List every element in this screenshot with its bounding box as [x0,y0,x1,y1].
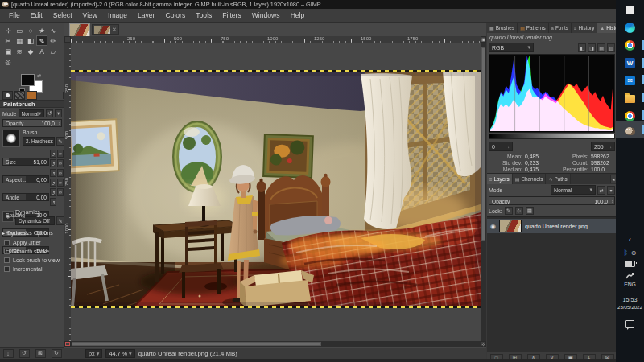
paths-tool-icon[interactable]: ∿ [47,25,59,35]
brush-thumbnail[interactable] [2,130,20,147]
smudge-tool-icon[interactable]: ≋ [14,46,25,56]
gimp-app-icon[interactable] [623,124,637,138]
menu-edit[interactable]: Edit [26,10,47,21]
vertical-scrollbar[interactable] [481,43,486,341]
layer-row[interactable]: ◉ quarto Unreal render.png [487,219,617,233]
channel-select[interactable]: RGB▾ [489,43,534,52]
horizontal-ruler[interactable]: 250 500 750 1000 1250 1500 1750 [71,36,481,43]
layer-visibility-eye-icon[interactable]: ◉ [490,223,496,230]
clone-tool-icon[interactable]: ▣ [2,46,14,56]
canvas-image[interactable] [71,71,481,307]
aspect-reset-icon[interactable]: ↺ [50,159,56,167]
quick-mask-toggle[interactable] [64,341,71,347]
word-app-icon[interactable]: W [623,56,637,70]
browser2-app-icon[interactable] [623,109,637,123]
brush-edit-icon[interactable]: ✎ [56,137,64,146]
menu-file[interactable]: File [4,10,25,21]
aspect-ratio-slider[interactable]: Aspect ..0,00 [2,175,49,183]
spacing-reset-icon[interactable]: ↺ [50,179,56,187]
menu-filters[interactable]: Filters [217,10,246,21]
lock-position-icon[interactable]: ⊹ [515,207,523,215]
histogram-style-b-icon[interactable]: ▥ [607,43,615,52]
pencil-tool-icon[interactable]: ✏ [47,35,59,46]
file-explorer-app-icon[interactable] [623,92,637,105]
aspect-link-icon[interactable]: ∞ [57,159,64,167]
network-tray-item[interactable] [616,272,644,280]
range-high-spinner[interactable]: 255↕ [591,142,615,151]
unit-select[interactable]: px▾ [85,349,102,358]
tab-channels[interactable]: ▤Channels [513,174,547,184]
angle-reset-icon[interactable]: ↺ [50,169,56,177]
battery-tray-item[interactable] [616,261,644,267]
force-reset-icon[interactable]: ↺ [50,198,56,206]
clock-time[interactable]: 15:53 [616,296,644,303]
save-preset-icon[interactable]: ↓ [3,349,14,358]
menu-help[interactable]: Help [286,10,310,21]
edge-app-icon[interactable] [623,21,637,35]
menu-image[interactable]: Image [103,10,132,21]
menu-layer[interactable]: Layer [133,10,160,21]
size-link-icon[interactable]: ∞ [57,150,64,158]
mail-app-icon[interactable]: ✉ [623,74,637,88]
ink-tool-icon[interactable]: ◆ [25,46,36,56]
language-indicator[interactable]: ENG [616,282,644,287]
crop-tool-icon[interactable]: ✂ [2,35,14,46]
histogram-log-icon[interactable]: ◨ [588,43,596,52]
hardness-reset-icon[interactable]: ↺ [50,188,56,196]
zoom-follow-window-button[interactable]: ▣ [481,36,486,43]
angle-slider[interactable]: Angle0,00 [2,193,49,201]
ruler-corner-button[interactable] [64,36,71,43]
vertical-ruler[interactable]: 250 500 750 1000 [64,43,71,341]
canvas-viewport[interactable] [71,43,481,341]
angle-link-icon[interactable]: ∞ [57,169,64,177]
incremental-checkbox[interactable]: Incremental [4,266,43,272]
tray-expand-chevron-icon[interactable]: ‹ [616,236,644,244]
image-tab-2[interactable]: ✕ [92,24,119,35]
hardness-link-icon[interactable]: ∞ [57,188,64,196]
restore-preset-icon[interactable]: ↺ [19,349,30,358]
notification-center-button[interactable] [616,320,644,328]
layer-opacity-slider[interactable]: Opacity 100,0 ↕ [489,196,615,205]
dynamics-edit-icon[interactable]: ✎ [56,216,64,225]
size-reset-icon[interactable]: ↺ [50,150,56,158]
histogram-style-a-icon[interactable]: ▤ [597,43,605,52]
start-button[interactable] [623,3,637,17]
mode-menu-icon[interactable]: ▾ [55,109,62,117]
mode-group-icon[interactable]: ▾ [607,186,615,195]
tab-brushes[interactable]: ▦Brushes [487,23,518,33]
spacing-link-icon[interactable]: ∞ [57,179,64,187]
histogram-linear-icon[interactable]: ◧ [578,43,586,52]
transform-tool-icon[interactable]: ▦ [14,35,25,46]
navigation-button[interactable]: ⊹ [481,341,486,347]
eraser-tool-icon[interactable]: ▱ [47,46,59,56]
tab-history[interactable]: ≡History [572,23,597,33]
reset-tool-icon[interactable]: ↻ [52,349,62,358]
range-low-spinner[interactable]: 0↕ [489,142,513,151]
dynamics-field[interactable]: Dynamics Off [15,216,55,225]
settings-gear-icon[interactable]: ⊕ [631,249,637,257]
tab-patterns[interactable]: ▤Patterns [518,23,548,33]
image-tab-active[interactable] [69,23,90,37]
text-tool-icon[interactable]: A [36,46,47,56]
zoom-select[interactable]: 44,7 %▾ [105,349,134,358]
clock-date[interactable]: 23/05/2022 [616,304,644,310]
lock-alpha-icon[interactable]: ▦ [526,207,534,215]
close-tab-icon[interactable]: ✕ [112,27,117,33]
bucket-fill-tool-icon[interactable]: ◧ [25,35,36,46]
rectangle-select-tool-icon[interactable]: ▭ [14,25,25,35]
free-select-tool-icon[interactable]: ◌ [25,25,36,35]
chrome-app-icon[interactable] [623,39,637,52]
menu-select[interactable]: Select [48,10,77,21]
pattern-preview-icon[interactable] [14,91,25,100]
paint-mode-select[interactable]: Normal▾ [19,109,45,117]
mode-reset-icon[interactable]: ↺ [46,109,53,117]
menu-colors[interactable]: Colors [160,10,190,21]
paintbrush-tool-icon[interactable]: ✎ [36,35,47,46]
menu-tools[interactable]: Tools [191,10,217,21]
tab-layers[interactable]: ≡Layers [487,174,513,184]
gradient-preview-icon[interactable] [27,91,37,100]
brush-name-field[interactable]: 2. Hardness 050 [23,137,55,146]
zoom-tool-icon[interactable]: ◎ [2,56,14,67]
layer-mode-select[interactable]: Normal▾ [551,185,596,195]
apply-jitter-checkbox[interactable]: Apply Jitter [4,240,41,245]
